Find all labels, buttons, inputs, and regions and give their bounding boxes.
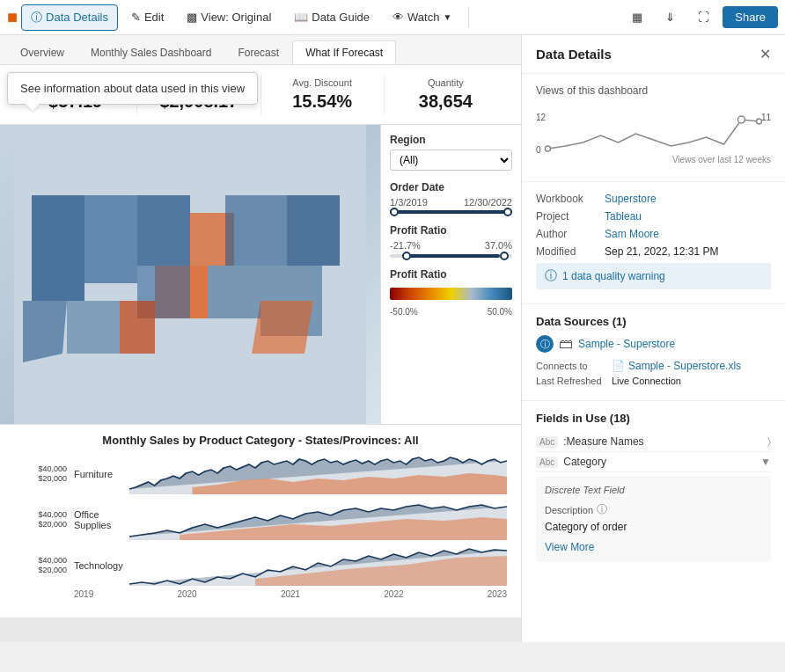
svg-point-15 (738, 116, 745, 123)
source-name-link[interactable]: Sample - Superstore (578, 338, 675, 350)
last-refreshed-value: Live Connection (612, 376, 681, 386)
region-filter: Region (All) (390, 134, 512, 171)
main-layout: Overview Monthly Sales Dashboard Forecas… (0, 35, 785, 642)
share-button[interactable]: Share (723, 6, 778, 28)
date-range-left-handle[interactable] (390, 208, 399, 216)
tableau-logo-icon: ■ (7, 7, 18, 27)
source-connects-to: Connects to 📄 Sample - Superstore.xls (536, 360, 771, 372)
connects-to-value: 📄 Sample - Superstore.xls (612, 360, 741, 372)
chevron-down-icon: ▼ (760, 456, 771, 468)
views-section: Views of this dashboard 12 11 0 (522, 74, 785, 182)
author-link[interactable]: Sam Moore (605, 228, 659, 240)
tab-overview[interactable]: Overview (7, 40, 77, 64)
meta-workbook: Workbook Superstore (536, 193, 771, 205)
chart-year-labels: 2019 2020 2021 2022 2023 (14, 589, 507, 599)
data-details-button[interactable]: ⓘ Data Details (21, 4, 118, 31)
chart-row-office-supplies: $40,000 $20,000 OfficeSupplies (14, 498, 507, 542)
info-icon: ⓘ (545, 268, 557, 284)
download-button[interactable]: ⇓ (656, 5, 685, 29)
field-category-expanded: Discrete Text Field Description ⓘ Catego… (536, 476, 771, 562)
map-svg (0, 125, 380, 424)
tab-what-if-forecast[interactable]: What If Forecast (292, 40, 396, 64)
office-supplies-chart (129, 500, 507, 540)
tab-forecast[interactable]: Forecast (224, 40, 292, 64)
date-range-values: 1/3/2019 12/30/2022 (390, 197, 512, 208)
chart-area: Monthly Sales by Product Category - Stat… (0, 424, 521, 617)
svg-marker-9 (287, 195, 340, 266)
sparkline-container: 12 11 0 Views over last 12 weeks (536, 109, 771, 171)
svg-marker-13 (67, 301, 120, 354)
technology-chart (129, 545, 507, 586)
data-sources-section: Data Sources (1) ⓘ 🗃 Sample - Superstore… (522, 304, 785, 401)
svg-point-16 (546, 146, 551, 151)
source-warning-icon: ⓘ (536, 335, 554, 353)
dashboard-tabs: Overview Monthly Sales Dashboard Forecas… (0, 35, 521, 65)
xls-link[interactable]: Sample - Superstore.xls (628, 360, 741, 372)
svg-marker-7 (225, 195, 287, 266)
filter-panel: Region (All) Order Date 1/3/2019 12/30/2… (380, 125, 521, 424)
date-range-right-handle[interactable] (503, 208, 512, 216)
dashboard-content: Overview Monthly Sales Dashboard Forecas… (0, 35, 521, 642)
profit-ratio-color-legend: Profit Ratio -50.0% 50.0% (390, 268, 512, 317)
field-category[interactable]: Abc Category ▼ (536, 452, 771, 472)
order-date-filter: Order Date 1/3/2019 12/30/2022 (390, 181, 512, 214)
toolbar-right: ▦ ⇓ ⛶ Share (622, 5, 778, 29)
device-button[interactable]: ▦ (622, 5, 652, 29)
meta-section: Workbook Superstore Project Tableau Auth… (522, 182, 785, 304)
source-last-refreshed: Last Refreshed Live Connection (536, 376, 771, 386)
color-bar-labels: -50.0% 50.0% (390, 307, 512, 317)
book-icon: 📖 (294, 11, 308, 24)
map-visual[interactable] (0, 125, 380, 424)
workbook-link[interactable]: Superstore (605, 193, 657, 205)
svg-marker-12 (208, 266, 260, 318)
profit-ratio-right-handle[interactable] (500, 252, 509, 260)
color-gradient-bar (390, 288, 512, 300)
data-details-tooltip: See information about data used in this … (7, 72, 258, 105)
field-measure-names[interactable]: Abc :Measure Names 〉 (536, 432, 771, 452)
chart-row-furniture: $40,000 $20,000 Furniture (14, 452, 507, 496)
view-original-button[interactable]: ▩ View: Original (177, 5, 281, 29)
sparkline-svg (536, 109, 771, 153)
kpi-quantity: Quantity 38,654 (385, 74, 507, 115)
date-range-track[interactable] (390, 210, 512, 214)
profit-ratio-values: -21.7% 37.0% (390, 240, 512, 251)
chevron-right-icon: 〉 (767, 435, 771, 448)
svg-marker-10 (252, 301, 313, 354)
fields-section: Fields in Use (18) Abc :Measure Names 〉 … (522, 401, 785, 576)
watch-button[interactable]: 👁 Watch ▼ (383, 5, 461, 29)
profit-ratio-track[interactable] (390, 254, 512, 258)
edit-button[interactable]: ✎ Edit (121, 5, 173, 29)
chart-row-technology: $40,000 $20,000 Technology (14, 544, 507, 588)
profit-ratio-left-handle[interactable] (402, 252, 411, 260)
bar-chart-icon: ▩ (187, 11, 197, 24)
tab-monthly-sales[interactable]: Monthly Sales Dashboard (77, 40, 224, 64)
data-details-icon: ⓘ (31, 10, 42, 26)
kpi-avg-discount: Avg. Discount 15.54% (261, 74, 385, 115)
view-more-link[interactable]: View More (545, 541, 594, 553)
source-file-icon: 🗃 (559, 336, 573, 352)
fullscreen-button[interactable]: ⛶ (688, 5, 719, 29)
svg-marker-4 (23, 301, 67, 362)
date-range: 1/3/2019 12/30/2022 (390, 197, 512, 214)
svg-marker-3 (137, 195, 190, 266)
data-guide-button[interactable]: 📖 Data Guide (284, 5, 379, 29)
svg-marker-2 (84, 195, 137, 283)
source-item: ⓘ 🗃 Sample - Superstore (536, 335, 771, 353)
eye-icon: 👁 (392, 11, 404, 24)
chart-rows: $40,000 $20,000 Furniture (14, 452, 507, 588)
warning-link[interactable]: 1 data quality warning (562, 270, 665, 282)
furniture-chart (129, 454, 507, 494)
toolbar-separator (468, 7, 469, 28)
project-link[interactable]: Tableau (605, 210, 642, 223)
region-select[interactable]: (All) (390, 150, 512, 171)
map-area: Region (All) Order Date 1/3/2019 12/30/2… (0, 125, 521, 424)
close-panel-button[interactable]: ✕ (759, 46, 771, 62)
right-panel: Data Details ✕ Views of this dashboard 1… (521, 35, 785, 642)
meta-project: Project Tableau (536, 210, 771, 223)
profit-ratio-filter: Profit Ratio -21.7% 37.0% (390, 224, 512, 258)
xls-file-icon: 📄 (612, 360, 625, 372)
svg-marker-1 (32, 195, 84, 301)
meta-modified: Modified Sep 21, 2022, 12:31 PM (536, 245, 771, 258)
toolbar: ■ ⓘ Data Details ✎ Edit ▩ View: Original… (0, 0, 785, 35)
data-quality-warning[interactable]: ⓘ 1 data quality warning (536, 263, 771, 289)
